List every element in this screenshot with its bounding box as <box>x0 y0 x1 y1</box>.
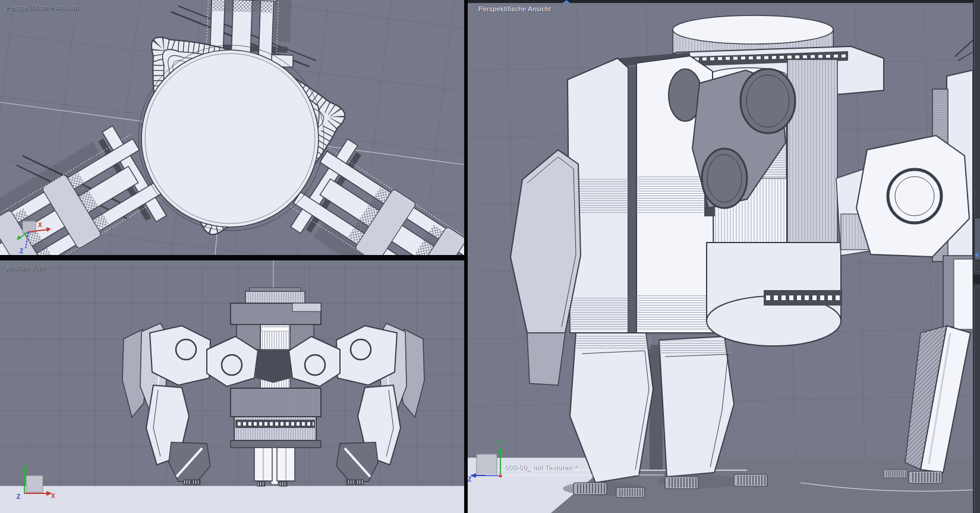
right-panel-divider <box>973 275 980 284</box>
axis-z-label: Z <box>468 476 471 483</box>
viewport-title: Ansicht Vorn <box>6 265 46 272</box>
viewport-front[interactable]: X Z Ansicht Vorn <box>0 260 464 513</box>
axis-x-label: X <box>51 493 55 499</box>
viewport-perspective-main-canvas: Y Z <box>468 0 973 513</box>
viewport-perspective-top[interactable]: X Z Perspektifische Ansicht <box>0 0 464 255</box>
axis-z-label: Z <box>17 493 20 500</box>
ground-plane <box>0 486 464 513</box>
document-status: 000-00_ mit Texturen * <box>505 464 577 471</box>
feet-columns <box>254 448 295 486</box>
pelvis-drum <box>707 243 842 346</box>
axis-x-label: X <box>38 222 42 228</box>
application-window: X Z Perspektifische Ansicht <box>0 0 980 513</box>
viewport-perspective-top-canvas: X Z <box>0 0 464 255</box>
panel-collapse-left-icon[interactable] <box>975 252 978 258</box>
arm-ring-joint <box>888 169 941 223</box>
torso-drum <box>231 388 321 448</box>
viewport-title: Perspektifische Ansicht <box>478 5 551 12</box>
panel-collapse-up-icon[interactable] <box>563 0 570 3</box>
viewport-front-canvas: X Z <box>0 260 464 513</box>
joint-disc-lower <box>702 149 747 208</box>
viewport-perspective-main[interactable]: Y Z Perspektifische Ansicht 000-00_ mit … <box>468 0 973 513</box>
right-panel-edge-bottom[interactable] <box>974 287 980 511</box>
lower-legs <box>570 333 734 483</box>
top-panel-splitter[interactable] <box>468 0 973 3</box>
viewport-title: Perspektifische Ansicht <box>6 4 78 11</box>
joint-disc-upper <box>740 69 795 133</box>
right-panel-splitter[interactable] <box>973 0 980 513</box>
axis-y-label: Y <box>497 440 502 447</box>
axis-x-dot <box>499 474 502 477</box>
axis-z-label: Z <box>20 248 23 254</box>
